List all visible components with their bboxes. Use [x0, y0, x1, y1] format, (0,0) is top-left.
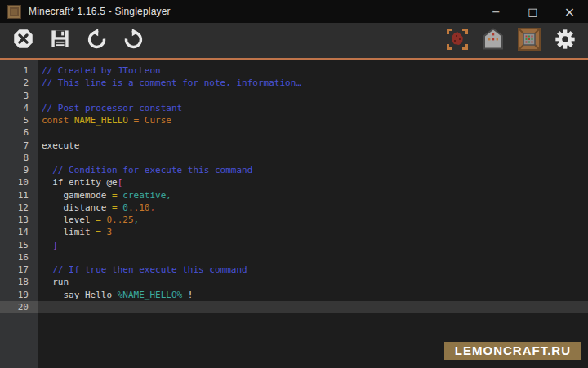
redstone-select-button[interactable] [445, 29, 470, 53]
minecraft-app-icon [7, 5, 21, 19]
line-number: 3 [0, 90, 38, 102]
save-button[interactable] [47, 29, 72, 53]
code-text: // If true then execute this command [38, 264, 588, 276]
line-number: 9 [0, 164, 38, 176]
settings-button[interactable] [553, 29, 577, 53]
code-text [38, 301, 588, 313]
code-text: distance = 0..10, [38, 202, 588, 214]
lemoncraft-watermark: LEMONCRAFT.RU [444, 342, 581, 360]
code-line: 20 [0, 301, 588, 313]
code-text: if entity @e[ [38, 176, 588, 188]
code-text: say Hello %NAME_HELLO% ! [38, 289, 588, 301]
line-number: 7 [0, 140, 38, 152]
code-line: 7execute [0, 140, 588, 152]
window-title: Minecraft* 1.16.5 - Singleplayer [29, 6, 171, 17]
line-number: 6 [0, 126, 38, 139]
line-number: 8 [0, 152, 38, 164]
code-text: limit = 3 [38, 226, 588, 238]
code-line: 18 run [0, 276, 588, 288]
line-number: 10 [0, 176, 38, 188]
code-line: 2// This line is a comment for note, inf… [0, 77, 588, 89]
code-text: // Post-processor constant [38, 102, 588, 114]
minecraft-editor-window: Minecraft* 1.16.5 - Singleplayer − □ × [0, 0, 588, 368]
code-line: 6 [0, 126, 588, 139]
code-line: 1// Created by JTorLeon [0, 64, 588, 77]
redstone-target-icon [445, 27, 470, 55]
crafting-block-button[interactable] [517, 29, 541, 53]
code-line: 15 ] [0, 239, 588, 251]
toolbar-left-group [0, 29, 145, 53]
line-number: 11 [0, 189, 38, 202]
gear-icon [554, 28, 577, 54]
redo-button[interactable] [121, 29, 145, 53]
undo-icon [86, 28, 108, 53]
close-button[interactable]: × [551, 0, 588, 23]
line-number: 2 [0, 77, 38, 89]
line-number: 13 [0, 214, 38, 226]
code-text: // Created by JTorLeon [38, 64, 588, 77]
code-line: 17 // If true then execute this command [0, 264, 588, 276]
code-text [38, 251, 588, 264]
line-number: 14 [0, 226, 38, 238]
maximize-button[interactable]: □ [514, 0, 551, 23]
close-file-button[interactable] [11, 29, 35, 53]
line-number: 5 [0, 114, 38, 126]
code-text: level = 0..25, [38, 214, 588, 226]
code-text: const NAME_HELLO = Curse [38, 114, 588, 126]
line-number: 4 [0, 102, 38, 114]
window-controls: − □ × [478, 0, 588, 23]
save-floppy-icon [49, 28, 71, 53]
code-line: 5const NAME_HELLO = Curse [0, 114, 588, 126]
code-text: // Condition for execute this command [38, 164, 588, 176]
code-text: // This line is a comment for note, info… [38, 77, 588, 89]
structure-home-button[interactable] [481, 29, 506, 53]
code-line: 3 [0, 90, 588, 102]
minimize-button[interactable]: − [478, 0, 514, 23]
code-editor[interactable]: 1// Created by JTorLeon2// This line is … [0, 60, 588, 368]
line-number: 18 [0, 276, 38, 288]
code-line: 14 limit = 3 [0, 226, 588, 238]
code-text: run [38, 276, 588, 288]
line-number: 16 [0, 251, 38, 264]
code-line: 10 if entity @e[ [0, 176, 588, 188]
close-octagon-icon [12, 28, 34, 53]
redo-icon [122, 28, 145, 53]
code-lines: 1// Created by JTorLeon2// This line is … [0, 60, 588, 313]
code-line: 12 distance = 0..10, [0, 202, 588, 214]
home-structure-icon [481, 27, 506, 55]
line-number: 12 [0, 202, 38, 214]
code-text [38, 126, 588, 139]
toolbar-right-group [445, 29, 577, 53]
code-text: execute [38, 140, 588, 152]
toolbar [0, 23, 588, 60]
undo-button[interactable] [84, 29, 109, 53]
line-number: 1 [0, 64, 38, 77]
code-line: 13 level = 0..25, [0, 214, 588, 226]
code-line: 11 gamemode = creative, [0, 189, 588, 202]
line-number: 17 [0, 264, 38, 276]
crafting-table-icon [517, 27, 541, 55]
code-line: 4// Post-processor constant [0, 102, 588, 114]
code-line: 9 // Condition for execute this command [0, 164, 588, 176]
code-line: 19 say Hello %NAME_HELLO% ! [0, 289, 588, 301]
code-text [38, 90, 588, 102]
code-text: gamemode = creative, [38, 189, 588, 202]
line-number: 19 [0, 289, 38, 301]
code-text [38, 152, 588, 164]
title-bar: Minecraft* 1.16.5 - Singleplayer − □ × [0, 0, 588, 23]
line-number: 15 [0, 239, 38, 251]
code-line: 16 [0, 251, 588, 264]
code-text: ] [38, 239, 588, 251]
line-number: 20 [0, 301, 38, 313]
code-line: 8 [0, 152, 588, 164]
